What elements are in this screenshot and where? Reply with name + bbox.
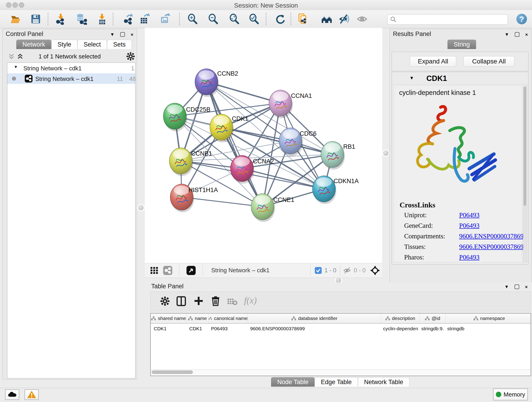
selected-node-edge-counts: 1 - 0 bbox=[324, 267, 336, 274]
column-header-canonical-name[interactable]: canonical name bbox=[209, 313, 248, 323]
node-cdk1[interactable]: CDK1 bbox=[210, 114, 248, 142]
export-image-icon[interactable] bbox=[159, 13, 171, 25]
right-splitter-handle[interactable] bbox=[383, 150, 389, 156]
node-ccna1[interactable]: CCNA1 bbox=[269, 90, 312, 118]
panel-close-icon[interactable]: ✕ bbox=[525, 32, 528, 37]
show-all-icon[interactable] bbox=[356, 13, 368, 25]
tab-string[interactable]: String bbox=[447, 40, 476, 49]
import-network-database-icon[interactable] bbox=[76, 13, 87, 25]
tab-select[interactable]: Select bbox=[77, 40, 107, 49]
network-edge-count: 48 bbox=[129, 75, 136, 83]
table-scrollbar-thumb[interactable] bbox=[152, 370, 193, 374]
results-scrollbar[interactable] bbox=[523, 85, 527, 262]
table-cell[interactable]: stringdb bbox=[444, 324, 531, 334]
entry-description: cyclin-dependent kinase 1 bbox=[399, 89, 476, 96]
column-header-database-identifier[interactable]: database identifier bbox=[248, 313, 381, 323]
panel-float-icon[interactable]: ▢ bbox=[120, 31, 126, 38]
tab-sets[interactable]: Sets bbox=[107, 40, 132, 49]
warnings-button[interactable] bbox=[25, 389, 39, 400]
fit-selected-crosshair-icon[interactable] bbox=[370, 265, 380, 277]
string-view-badge-icon[interactable] bbox=[163, 266, 172, 275]
crosslink-link[interactable]: P06493 bbox=[459, 254, 480, 261]
left-splitter-handle[interactable] bbox=[138, 205, 144, 211]
panel-collapse-icon[interactable]: ▼ bbox=[110, 32, 114, 37]
cdk1-entry-header[interactable]: ▼ CDK1 bbox=[392, 72, 528, 84]
show-columns-icon[interactable] bbox=[176, 296, 186, 307]
network-options-gear-icon[interactable] bbox=[126, 52, 135, 62]
search-input[interactable] bbox=[387, 14, 508, 25]
table-cell[interactable]: CDK1 bbox=[186, 324, 208, 334]
export-table-icon[interactable] bbox=[139, 13, 151, 25]
zoom-selected-icon[interactable] bbox=[248, 13, 260, 25]
new-network-from-selection-icon[interactable] bbox=[298, 13, 309, 25]
table-cell[interactable]: cyclin-dependent ... bbox=[380, 324, 418, 334]
title-bar: Session: New Session bbox=[0, 0, 532, 10]
network-row[interactable]: String Network – cdk1 11 48 bbox=[7, 73, 135, 84]
delete-table-icon[interactable] bbox=[227, 298, 238, 306]
panel-collapse-icon[interactable]: ▼ bbox=[504, 284, 509, 289]
node-ccne1[interactable]: CCNE1 bbox=[251, 194, 294, 222]
function-builder-icon[interactable]: f(x) bbox=[244, 295, 257, 306]
table-row[interactable]: CDK1CDK1P064939606.ENSP00000378699cyclin… bbox=[151, 324, 531, 334]
tab-node-table[interactable]: Node Table bbox=[271, 377, 315, 387]
open-in-browser-icon[interactable] bbox=[186, 266, 196, 275]
save-session-icon[interactable] bbox=[30, 13, 41, 25]
panel-collapse-icon[interactable]: ▼ bbox=[505, 32, 509, 37]
crosslink-link[interactable]: P06493 bbox=[459, 211, 480, 219]
column-header-shared-name[interactable]: shared name bbox=[151, 313, 186, 323]
panel-float-icon[interactable]: ▢ bbox=[514, 283, 520, 290]
network-graph[interactable]: CCNB2CCNA1CDC25BCDK1CDC6RB1CCNB1CCNA2CDK… bbox=[145, 28, 382, 263]
help-button[interactable]: ? bbox=[516, 14, 527, 24]
create-column-plus-icon[interactable] bbox=[194, 296, 204, 307]
expand-all-button[interactable]: Expand All bbox=[410, 56, 456, 67]
tab-edge-table[interactable]: Edge Table bbox=[315, 377, 358, 387]
tab-network-table[interactable]: Network Table bbox=[358, 377, 409, 387]
zoom-fit-icon[interactable] bbox=[229, 13, 240, 25]
open-session-icon[interactable] bbox=[10, 13, 22, 25]
crosslink-link[interactable]: 9606.ENSP00000378699 bbox=[459, 232, 527, 240]
import-table-file-icon[interactable] bbox=[96, 13, 108, 25]
crosslink-link[interactable]: 9606.ENSP00000378699 bbox=[459, 243, 527, 250]
crosslinks-title: CrossLinks bbox=[399, 201, 435, 209]
table-horizontal-scrollbar[interactable] bbox=[150, 370, 531, 376]
network-canvas[interactable]: CCNB2CCNA1CDC25BCDK1CDC6RB1CCNB1CCNA2CDK… bbox=[145, 28, 382, 263]
zoom-in-icon[interactable] bbox=[187, 13, 198, 25]
table-cell[interactable]: 9606.ENSP00000378699 bbox=[247, 324, 380, 334]
crosslink-link[interactable]: P06493 bbox=[459, 222, 480, 230]
hide-selected-icon[interactable] bbox=[338, 13, 350, 25]
panel-float-icon[interactable]: ▢ bbox=[514, 31, 520, 38]
column-header-description[interactable]: description bbox=[381, 313, 419, 323]
panel-close-icon[interactable]: ✕ bbox=[131, 32, 133, 37]
node-label-cdkn1a: CDKN1A bbox=[334, 178, 359, 185]
results-scrollbar-thumb[interactable] bbox=[524, 87, 526, 206]
panel-close-icon[interactable]: ✕ bbox=[525, 285, 528, 289]
table-gear-icon[interactable] bbox=[160, 296, 170, 307]
birdseye-grid-icon[interactable] bbox=[150, 267, 158, 275]
node-ccnb2[interactable]: CCNB2 bbox=[195, 69, 238, 97]
tab-style[interactable]: Style bbox=[51, 40, 77, 49]
first-neighbors-icon[interactable] bbox=[321, 13, 333, 25]
node-rb1[interactable]: RB1 bbox=[321, 141, 355, 170]
node-cdkn1a[interactable]: CDKN1A bbox=[312, 176, 359, 204]
zoom-out-icon[interactable] bbox=[208, 13, 219, 25]
network-collection-row[interactable]: ▼ String Network – cdk1 1 bbox=[7, 63, 135, 73]
apply-layout-icon[interactable] bbox=[274, 13, 286, 25]
node-cdc25b[interactable]: CDC25B bbox=[163, 103, 210, 131]
table-cell[interactable]: CDK1 bbox=[151, 324, 186, 334]
tab-network[interactable]: Network bbox=[16, 40, 51, 49]
automation-cloud-button[interactable] bbox=[5, 389, 19, 400]
table-cell[interactable]: P06493 bbox=[208, 324, 247, 334]
column-header-id[interactable]: @id bbox=[419, 313, 446, 323]
memory-button[interactable]: Memory bbox=[493, 389, 528, 400]
table-cell[interactable]: stringdb:9... bbox=[418, 324, 444, 334]
delete-columns-trash-icon[interactable] bbox=[210, 295, 221, 307]
column-header-name[interactable]: name bbox=[186, 313, 209, 323]
entry-expand-icon[interactable]: ▼ bbox=[409, 75, 414, 81]
import-network-file-icon[interactable] bbox=[55, 13, 66, 25]
collection-expand-icon[interactable]: ▼ bbox=[14, 65, 18, 70]
collapse-all-button[interactable]: Collapse All bbox=[463, 56, 514, 67]
export-network-icon[interactable] bbox=[123, 13, 134, 25]
column-header-namespace[interactable]: namespace bbox=[446, 313, 532, 323]
selected-checkbox-icon[interactable] bbox=[315, 267, 322, 274]
hidden-eye-icon[interactable] bbox=[343, 267, 352, 275]
